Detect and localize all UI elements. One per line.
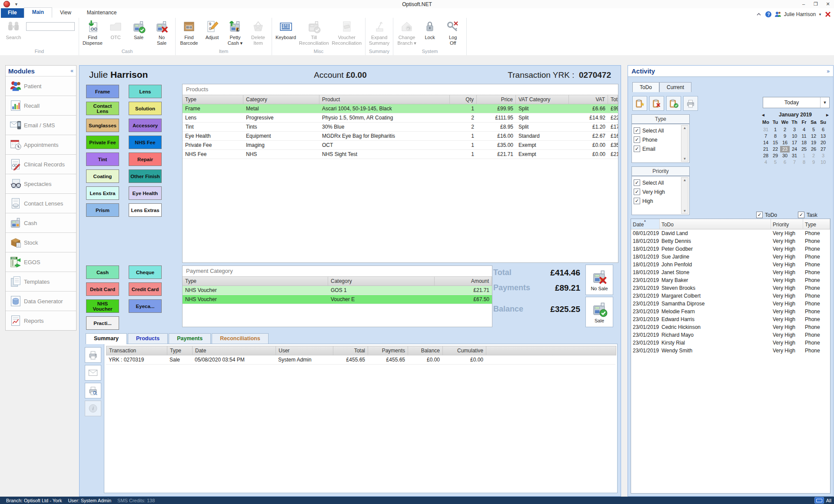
todo-row[interactable]: 23/01/2019Wendy SmithVery HighPhone [631,347,830,355]
payment-button-practi[interactable]: Practi... [86,316,119,330]
type-option-email[interactable]: ✓Email [634,144,681,153]
type-filter-scrollbar[interactable]: ▲▼ [681,125,688,162]
user-menu-caret-icon[interactable]: ▼ [818,13,822,17]
calendar-day[interactable]: 7 [761,133,771,139]
calendar-day[interactable]: 26 [809,146,818,153]
sidebar-item-reports[interactable]: Reports [6,311,76,330]
ribbon-button-petty-cash[interactable]: £Petty Cash ▾ [224,19,246,48]
calendar-day[interactable]: 6 [780,159,790,166]
column-header-type[interactable]: Type [183,95,243,104]
todo-row[interactable]: 23/01/2019Samantha DiproseVery HighPhone [631,300,830,308]
sidebar-item-data-generator[interactable]: Data Generator [6,292,76,311]
category-button-other-finish[interactable]: Other Finish [129,169,162,183]
calendar-day[interactable]: 3 [790,126,799,133]
calendar-day[interactable]: 4 [799,126,809,133]
todo-row[interactable]: 23/01/2019Steven BrooksVery HighPhone [631,284,830,292]
print-button[interactable] [683,96,698,111]
column-header-amount[interactable]: Amount [435,277,492,285]
table-row[interactable]: LensProgressivePhysio 1.5, 50mm, AR Coat… [183,113,618,123]
calendar-day[interactable]: 1 [799,153,809,159]
todo-row[interactable]: 18/01/2019Janet StoneVery HighPhone [631,269,830,276]
logout-x-icon[interactable] [824,11,831,18]
category-button-sunglasses[interactable]: Sunglasses [86,119,119,132]
sidebar-item-templates[interactable]: Templates [6,272,76,292]
today-button[interactable]: Today ▼ [763,97,830,108]
calendar-day[interactable]: 14 [761,139,771,146]
checkbox-checked-icon[interactable]: ✓ [634,127,640,134]
table-row[interactable]: FrameMetalAscari 1004, 50-19-145, Black1… [183,104,618,113]
todo-complete-button[interactable] [666,96,681,111]
category-button-lens-extra[interactable]: Lens Extra [86,186,119,200]
todo-row[interactable]: 18/01/2019Sue JardineVery HighPhone [631,253,830,261]
touch-keyboard-icon[interactable] [814,497,824,504]
calendar-day[interactable]: 8 [771,133,780,139]
todo-row[interactable]: 18/01/2019Peter GodberVery HighPhone [631,245,830,253]
todo-column-type[interactable]: Type [803,219,830,229]
activity-tab-todo[interactable]: ToDo [632,82,659,92]
todo-row[interactable]: 18/01/2019Betty DennisVery HighPhone [631,237,830,245]
todo-row[interactable]: 23/01/2019Edward HarrisVery HighPhone [631,315,830,323]
payment-button-credit-card[interactable]: Credit Card [129,282,162,296]
table-row[interactable]: YRK : 0270319Sale05/08/2020 03:54 PMSyst… [106,355,615,365]
calendar-day[interactable]: 5 [809,126,818,133]
calendar-day[interactable]: 18 [799,139,809,146]
payment-button-cash[interactable]: Cash [86,265,119,279]
todo-row[interactable]: 23/01/2019Mary BakerVery HighPhone [631,276,830,284]
checkbox-checked-icon[interactable]: ✓ [634,179,640,186]
calendar-prev-icon[interactable]: ◄ [761,113,767,117]
calendar-day[interactable]: 13 [818,133,828,139]
checkbox-checked-icon[interactable]: ✓ [634,189,640,195]
todo-row[interactable]: 08/01/2019David LandVery HighPhone [631,229,830,237]
modules-collapse-icon[interactable]: « [70,68,73,74]
category-button-repair[interactable]: Repair [129,153,162,166]
calendar-day[interactable]: 3 [818,153,828,159]
activity-tab-current[interactable]: Current [659,82,691,92]
column-header-total[interactable]: Total [333,346,368,355]
column-header-category[interactable]: Category [243,95,319,104]
category-button-eye-health[interactable]: Eye Health [129,186,162,200]
help-icon[interactable]: ? [765,11,772,18]
sidebar-item-appointments[interactable]: Appointments [6,135,76,155]
collapse-ribbon-icon[interactable] [755,11,762,18]
calendar-day[interactable]: 25 [799,146,809,153]
category-button-contact-lens[interactable]: Contact Lens [86,102,119,115]
payment-button-eyeca[interactable]: Eyeca... [129,299,162,313]
todo-row[interactable]: 23/01/2019Cedric HickinsonVery HighPhone [631,323,830,331]
tab-summary[interactable]: Summary [86,333,127,344]
ribbon-tab-view[interactable]: View [52,8,79,18]
ribbon-button-find-barcode[interactable]: Find Barcode [178,19,200,48]
column-header-total[interactable]: Total [608,95,618,104]
priority-option-high[interactable]: ✓High [634,196,681,206]
todo-row[interactable]: 23/01/2019Richard MayoVery HighPhone [631,331,830,339]
sidebar-item-egos[interactable]: GOSEGOS [6,252,76,272]
calendar-day[interactable]: 15 [771,139,780,146]
column-header-user[interactable]: User [276,346,333,355]
calendar-day[interactable]: 31 [790,153,799,159]
sidebar-item-patient[interactable]: Patient [6,76,76,96]
column-header-qty[interactable]: Qty [450,95,477,104]
filter-check-task[interactable]: ✓Task [798,210,817,219]
print-button[interactable] [85,347,101,363]
sidebar-item-recall[interactable]: Recall [6,96,76,116]
priority-option-select-all[interactable]: ✓Select All [634,178,681,187]
calendar-day[interactable]: 12 [809,133,818,139]
calendar-day[interactable]: 8 [799,159,809,166]
column-header-transaction[interactable]: Transaction [106,346,167,355]
calendar-day[interactable]: 16 [780,139,790,146]
ribbon-tab-maintenance[interactable]: Maintenance [79,8,125,18]
category-button-accessory[interactable]: Accessory [129,119,162,132]
todo-delete-button[interactable] [649,96,664,111]
sidebar-item-spectacles[interactable]: Spectacles [6,174,76,194]
sidebar-item-contact-lenses[interactable]: Contact Lenses [6,194,76,213]
calendar-day[interactable]: 9 [780,133,790,139]
calendar-day[interactable]: 10 [790,133,799,139]
todo-row[interactable]: 23/01/2019Margaret ColbertVery HighPhone [631,292,830,300]
column-header-date[interactable]: Date [193,346,276,355]
calendar-day[interactable]: 7 [790,159,799,166]
table-row[interactable]: NHS VoucherVoucher E£67.50 [183,295,492,304]
todo-row[interactable]: 23/01/2019Kirsty RialVery HighPhone [631,339,830,347]
calendar-day[interactable]: 1 [771,126,780,133]
calendar-day[interactable]: 31 [761,126,771,133]
column-header-payments[interactable]: Payments [368,346,408,355]
ribbon-tab-file[interactable]: File [1,8,24,18]
